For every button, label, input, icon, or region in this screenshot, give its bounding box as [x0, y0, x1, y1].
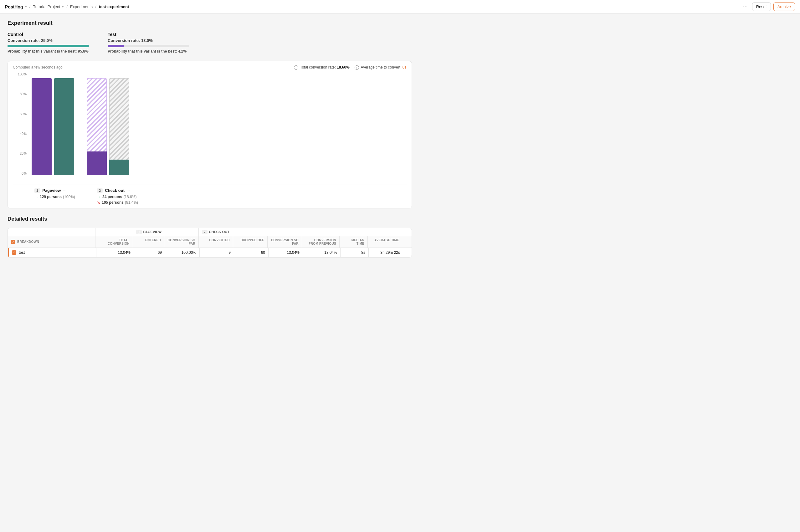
step1-arrow: →	[34, 194, 38, 200]
nav-chevron-2: ▾	[62, 5, 64, 9]
th-dropped-off: DROPPED OFF	[233, 236, 268, 248]
chart-meta: Computed a few seconds ago i Total conve…	[13, 65, 406, 70]
step1-bars	[32, 78, 74, 175]
computed-label: Computed a few seconds ago	[13, 65, 63, 70]
bar-chart: 100% 80% 60% 40% 20% 0%	[13, 72, 406, 185]
step2-conv-arrow: →	[97, 194, 101, 200]
step2-control-group	[87, 78, 107, 175]
results-table: 1 PAGEVIEW 2 CHECK OUT BREAKDOWN TOTAL C…	[7, 228, 412, 258]
test-conv-rate: Conversion rate: 13.0%	[108, 38, 189, 43]
y-axis: 100% 80% 60% 40% 20% 0%	[13, 72, 29, 175]
y-label-80: 80%	[20, 92, 26, 96]
nav-project[interactable]: Tutorial Project	[33, 4, 60, 9]
th-entered: ENTERED	[133, 236, 164, 248]
step1-label: Pageview	[42, 188, 61, 193]
bars-container	[32, 72, 394, 175]
step1-more[interactable]: ···	[63, 188, 66, 193]
col-headers-row: BREAKDOWN TOTAL CONVERSION ENTERED CONVE…	[8, 236, 412, 248]
nav-sep-1: /	[30, 4, 31, 9]
chart-steps: 1 Pageview ··· → 129 persons (100%) 2 Ch…	[13, 185, 406, 208]
step2-test-solid	[109, 159, 129, 175]
td-conv-so-far-2: 13.04%	[269, 248, 303, 257]
th-breakdown-label: BREAKDOWN	[17, 240, 39, 244]
step2-test-group	[109, 78, 129, 175]
step2-drop-persons: 105 persons	[102, 200, 123, 205]
nav-chevron: ▾	[25, 5, 27, 9]
control-conv-rate: Conversion rate: 25.0%	[7, 38, 89, 43]
control-progress-fill	[7, 45, 89, 47]
step1-control-bar	[32, 78, 52, 175]
th-total-conv: TOTAL CONVERSION	[95, 236, 133, 248]
detailed-results-title: Detailed results	[7, 216, 412, 222]
total-conv-stat: i Total conversion rate: 18.60%	[294, 65, 349, 70]
th-median-time: MEDIAN TIME	[340, 236, 368, 248]
avg-time-stat: i Average time to convert: 0s	[355, 65, 406, 70]
total-conv-value: 18.60%	[337, 65, 349, 70]
nav-current: test-experiment	[99, 4, 129, 9]
reset-button[interactable]: Reset	[752, 2, 771, 11]
variants-row: Control Conversion rate: 25.0% Probabili…	[7, 32, 412, 54]
more-options-button[interactable]: ···	[741, 2, 749, 11]
step2-more[interactable]: ···	[127, 188, 130, 193]
th-empty-1	[8, 228, 95, 236]
step1-header: 1 Pageview ···	[34, 188, 79, 193]
archive-button[interactable]: Archive	[774, 2, 795, 11]
step2-label: Check out	[105, 188, 125, 193]
info-icon-conv: i	[294, 65, 298, 70]
table-row: test 13.04% 69 100.00% 9 60 13.04% 13.04…	[8, 248, 412, 257]
td-breakdown: test	[9, 248, 96, 257]
step2-header: 2 Check out ···	[97, 188, 154, 193]
test-progress-bar	[108, 45, 189, 47]
nav-section[interactable]: Experiments	[70, 4, 93, 9]
th-empty-2	[95, 228, 133, 236]
nav-sep-2: /	[66, 4, 68, 9]
main-content: Experiment result Control Conversion rat…	[0, 14, 419, 264]
row-checkbox[interactable]	[12, 250, 16, 255]
step2-conv-pct: (18.6%)	[123, 195, 136, 199]
step1-persons: 129 persons	[40, 195, 62, 199]
step-group-headers: 1 PAGEVIEW 2 CHECK OUT	[8, 228, 412, 236]
y-label-0: 0%	[22, 171, 26, 175]
td-total-conv: 13.04%	[96, 248, 134, 257]
step1-num: 1	[34, 188, 40, 193]
step1-pct: (100%)	[63, 195, 75, 199]
brand-logo[interactable]: PostHog	[5, 4, 23, 10]
th-step2-label: CHECK OUT	[209, 230, 229, 234]
th-step1-header: 1 PAGEVIEW	[133, 228, 199, 236]
test-name: Test	[108, 32, 189, 37]
step1-info: 1 Pageview ··· → 129 persons (100%)	[32, 188, 82, 205]
variant-test: Test Conversion rate: 13.0% Probability …	[108, 32, 189, 54]
avg-time-value: 0s	[402, 65, 406, 70]
th-avg-time: AVERAGE TIME	[368, 236, 402, 248]
th-converted: CONVERTED	[199, 236, 233, 248]
topnav: PostHog ▾ / Tutorial Project ▾ / Experim…	[0, 0, 800, 14]
step2-converted-stat: → 24 persons (18.6%)	[97, 194, 154, 200]
y-label-20: 20%	[20, 151, 26, 155]
chart-stats: i Total conversion rate: 18.60% i Averag…	[294, 65, 406, 70]
detailed-results-section: Detailed results 1 PAGEVIEW 2 CHECK OUT	[7, 216, 412, 258]
th-step1-num: 1	[136, 230, 142, 234]
topnav-actions: ··· Reset Archive	[741, 2, 795, 11]
test-prob: Probability that this variant is the bes…	[108, 49, 189, 54]
td-converted: 9	[200, 248, 234, 257]
row-breakdown-value: test	[19, 250, 25, 255]
step2-bars	[87, 78, 129, 175]
breakdown-checkbox[interactable]	[11, 240, 15, 244]
control-name: Control	[7, 32, 89, 37]
th-step2-header: 2 CHECK OUT	[199, 228, 402, 236]
nav-sep-3: /	[95, 4, 96, 9]
step2-control-solid	[87, 151, 107, 175]
info-icon-time: i	[355, 65, 359, 70]
th-step1-label: PAGEVIEW	[144, 230, 161, 234]
test-progress-fill	[108, 45, 124, 47]
th-conv-so-far-2: CONVERSION SO FAR	[268, 236, 302, 248]
y-label-40: 40%	[20, 132, 26, 135]
control-prob: Probability that this variant is the bes…	[7, 49, 89, 54]
variant-control: Control Conversion rate: 25.0% Probabili…	[7, 32, 89, 54]
chart-section: Computed a few seconds ago i Total conve…	[7, 61, 412, 208]
step2-info: 2 Check out ··· → 24 persons (18.6%) ↘ 1…	[94, 188, 157, 205]
th-conv-so-far-1: CONVERSION SO FAR	[164, 236, 199, 248]
y-label-60: 60%	[20, 112, 26, 116]
th-step2-num: 2	[202, 230, 208, 234]
control-progress-bar	[7, 45, 89, 47]
